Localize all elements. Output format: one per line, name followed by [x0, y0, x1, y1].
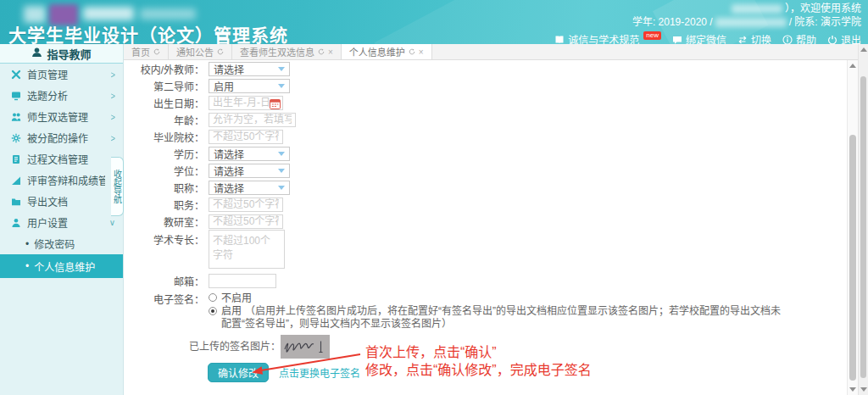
redacted-username: [732, 4, 782, 14]
help-link[interactable]: 帮助: [782, 32, 816, 44]
sidebar-role-label: 指导教师: [47, 46, 91, 62]
switch-account-link[interactable]: 切换: [737, 32, 771, 44]
education-select[interactable]: 请选择: [209, 147, 290, 161]
scroll-up-arrow[interactable]: [860, 47, 867, 52]
new-badge: new: [643, 31, 661, 40]
page-scrollbar[interactable]: [858, 44, 868, 395]
chart-icon: [11, 175, 21, 186]
sidebar-nav: 指导教师 首页管理> 选题分析> 师生双选管理> 被分配的操作> 过程文档管理>…: [0, 44, 124, 395]
close-icon[interactable]: ×: [419, 47, 424, 57]
form-row: 职称： 请选择: [124, 179, 847, 196]
redacted-school-name: [83, 7, 134, 20]
field-label: 学历：: [124, 147, 209, 161]
prof-title-select[interactable]: 请选择: [209, 181, 290, 195]
bullet-icon: •: [25, 238, 29, 250]
integrity-norms-link[interactable]: 诚信与学术规范 new: [554, 32, 661, 44]
content-scrollbar[interactable]: [847, 60, 858, 395]
form-row: 校内/外教师： 请选择: [124, 60, 847, 77]
scroll-down-arrow[interactable]: [849, 387, 856, 392]
logout-link[interactable]: 退出: [827, 32, 861, 44]
redacted-logo: [24, 6, 46, 23]
uploaded-signature-label: 已上传的签名图片：: [124, 338, 281, 353]
sidebar-item-home-management[interactable]: 首页管理>: [0, 64, 123, 85]
sidebar-item-process-documents[interactable]: 过程文档管理>: [0, 148, 123, 170]
sidebar-item-user-settings[interactable]: 用户设置∨: [0, 212, 123, 233]
duty-input[interactable]: [209, 198, 283, 212]
refresh-icon[interactable]: [153, 48, 160, 55]
sidebar-subitem-change-password[interactable]: • 修改密码: [0, 233, 123, 254]
form-row: 学术专长：: [124, 230, 847, 272]
second-advisor-select[interactable]: 启用: [209, 79, 290, 93]
refresh-icon[interactable]: [318, 48, 325, 55]
specialty-textarea[interactable]: [209, 230, 285, 269]
age-input[interactable]: [209, 113, 296, 127]
sidebar-item-export-documents[interactable]: 导出文档>: [0, 191, 123, 212]
form-row: 学位： 请选择: [124, 162, 847, 179]
field-label: 职称：: [124, 181, 209, 195]
form-row: 毕业院校：: [124, 128, 847, 145]
chevron-right-icon: >: [111, 91, 115, 101]
bind-wechat-link[interactable]: 绑定微信: [672, 32, 726, 44]
refresh-icon[interactable]: [217, 48, 224, 55]
sidebar-subitem-personal-info[interactable]: • 个人信息维护: [0, 254, 123, 278]
sidebar-item-mutual-selection[interactable]: 师生双选管理>: [0, 106, 123, 127]
teach-office-input[interactable]: [209, 214, 283, 229]
tab-notices[interactable]: 通知公告: [169, 44, 232, 59]
department-text: / 院系: 演示学院: [789, 16, 861, 28]
book-icon: [554, 35, 565, 45]
content-tabbar: 首页 通知公告 查看师生双选信息 × 个人信息维护 ×: [124, 44, 858, 60]
degree-select[interactable]: 请选择: [209, 164, 290, 178]
scrollbar-thumb[interactable]: [849, 135, 856, 381]
tools-icon: [11, 70, 21, 80]
page-title: 大学生毕业设计（论文）管理系统: [8, 21, 288, 44]
close-icon[interactable]: ×: [328, 47, 333, 57]
people-icon: [11, 112, 21, 122]
user-role-icon: [31, 47, 42, 60]
field-label: 学位：: [124, 164, 209, 178]
welcome-text: ），欢迎使用系统: [785, 3, 861, 14]
term-text: 学年: 2019-2020 /: [632, 16, 713, 28]
document-icon: [11, 154, 21, 164]
collapse-nav-handle[interactable]: 收起导航: [111, 157, 124, 216]
personal-info-form: 校内/外教师： 请选择 第二导师： 启用 出生日期： 年龄：: [124, 60, 847, 395]
folder-icon: [11, 197, 21, 207]
teacher-type-select[interactable]: 请选择: [209, 62, 290, 76]
bullet-icon: •: [25, 260, 29, 272]
scrollbar-thumb[interactable]: [860, 76, 866, 378]
analysis-icon: [11, 91, 21, 101]
sidebar-item-review-defense-grades[interactable]: 评审答辩和成绩管理>: [0, 170, 123, 191]
chevron-right-icon: >: [111, 112, 115, 122]
chevron-down-icon: [278, 152, 285, 156]
esign-enable-radio[interactable]: [209, 307, 217, 315]
form-row: 教研室：: [124, 213, 847, 230]
refresh-icon[interactable]: [409, 48, 415, 55]
tab-personal-info[interactable]: 个人信息维护 ×: [342, 44, 432, 59]
tab-home[interactable]: 首页: [124, 44, 169, 59]
form-row: 职务：: [124, 196, 847, 213]
sidebar-item-assigned-operations[interactable]: 被分配的操作>: [0, 127, 123, 148]
field-label: 出生日期：: [124, 96, 209, 110]
grad-school-input[interactable]: [209, 130, 283, 144]
chevron-down-icon: [278, 84, 285, 88]
tab-mutual-selection-info[interactable]: 查看师生双选信息 ×: [232, 44, 342, 59]
chevron-right-icon: >: [111, 70, 115, 80]
term-line: 学年: 2019-2020 // 院系: 演示学院: [554, 15, 861, 29]
form-row: 邮箱：: [124, 272, 847, 289]
help-icon: [782, 35, 793, 45]
annotation-text: 首次上传，点击“确认” 修改，点击“确认修改”，完成电子签名: [365, 343, 592, 379]
scroll-down-arrow[interactable]: [860, 387, 867, 392]
welcome-line: ），欢迎使用系统: [554, 2, 861, 15]
calendar-icon[interactable]: [270, 97, 281, 113]
chevron-down-icon: ∨: [109, 218, 115, 227]
email-input[interactable]: [209, 274, 276, 288]
header-links: 诚信与学术规范 new 绑定微信 切换: [554, 32, 861, 44]
sidebar-item-topic-analysis[interactable]: 选题分析>: [0, 85, 123, 106]
field-label: 教研室：: [124, 214, 209, 229]
form-row: 年龄：: [124, 111, 847, 128]
field-label: 年龄：: [124, 113, 209, 127]
esign-enable-note: （启用并上传签名图片成功后，将在配置好“有签名导出”的导出文档相应位置显示该签名…: [221, 305, 781, 330]
scroll-up-arrow[interactable]: [849, 64, 856, 68]
wechat-icon: [672, 35, 682, 45]
esign-disable-radio[interactable]: [209, 293, 217, 302]
power-icon: [827, 35, 837, 45]
